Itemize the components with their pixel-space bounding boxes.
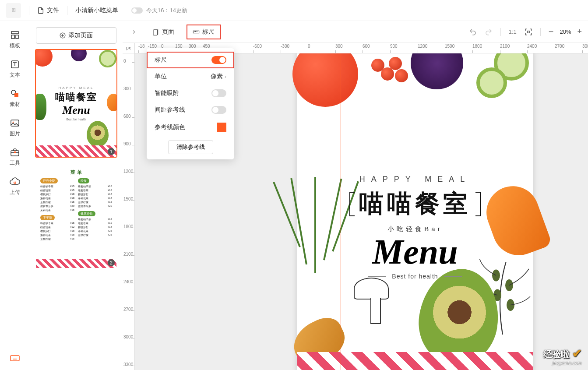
menu-item-line: 洛神花茶¥18 xyxy=(78,197,112,201)
snap-label: 智能吸附 xyxy=(155,89,179,97)
ruler-tick: 3300 xyxy=(123,362,133,367)
svg-rect-11 xyxy=(153,30,157,35)
checkmark-icon: ✔ xyxy=(572,347,582,360)
thumbnail-content: 菜 单 经典小吃 蜂蜜柚子茶¥15维蜜语茶¥15樱桃苏打¥18洛神花茶¥18金桔… xyxy=(36,161,116,268)
happy-meal-text[interactable]: HAPPY MEAL xyxy=(359,175,471,184)
sidebar-item-label: 上传 xyxy=(10,189,20,196)
ruler-tick: 1800 xyxy=(123,224,133,229)
design-canvas-page[interactable]: HAPPY MEAL 喵喵餐室 小吃轻食Bar Menu Best for he… xyxy=(297,53,533,370)
vertical-ruler[interactable]: 0300600900120015001800210024002700300033… xyxy=(123,53,135,370)
poster-text-group: HAPPY MEAL 喵喵餐室 小吃轻食Bar Menu Best for he… xyxy=(297,53,533,370)
menu-item-line: 蜂蜜柚子茶¥15 xyxy=(40,222,74,226)
upload-icon xyxy=(10,176,20,187)
ruler-toggle[interactable] xyxy=(211,56,226,64)
ruler-tick: -18 xyxy=(138,44,144,49)
divider xyxy=(540,28,541,36)
spacing-guides-toggle[interactable] xyxy=(211,106,226,114)
divider xyxy=(67,6,67,15)
mini-menu-header: 菜 单 xyxy=(40,169,112,176)
sidebar-item-tools[interactable]: 工具 xyxy=(10,147,20,167)
unit-row[interactable]: 单位 像素 › xyxy=(147,68,234,85)
keyboard-shortcuts-button[interactable] xyxy=(10,352,20,363)
ruler-dropdown-panel: 标尺 单位 像素 › 智能吸附 间距参考线 参考线颜色 清除参考线 xyxy=(147,48,234,159)
top-bar: 图 文件 小清新小吃菜单 今天16：14更新 xyxy=(0,0,588,21)
page-thumbnail-1[interactable]: HAPPY MEAL 喵喵餐室 Menu Best for health 1 xyxy=(36,50,116,157)
sidebar-item-label: 文本 xyxy=(10,71,20,79)
clear-guides-button[interactable]: 清除参考线 xyxy=(168,140,213,154)
file-label: 文件 xyxy=(47,7,59,14)
app-logo: 图 xyxy=(6,3,21,18)
ruler-unit-corner: px xyxy=(123,43,135,53)
sidebar-item-template[interactable]: 模板 xyxy=(10,30,20,49)
sidebar-item-label: 模板 xyxy=(10,42,20,49)
ruler-tick: 1500 xyxy=(123,197,133,201)
ruler-settings-button[interactable]: 标尺 xyxy=(187,25,220,39)
ruler-tick: 1200 xyxy=(123,169,133,174)
svg-rect-8 xyxy=(11,356,19,361)
ruler-tick: 0 xyxy=(308,44,310,49)
ruler-tick: 2700 xyxy=(555,44,564,49)
unit-value: 像素 xyxy=(211,73,223,80)
file-icon xyxy=(37,7,44,14)
tagline-text[interactable]: Best for health xyxy=(368,273,461,280)
pages-panel: 添加页面 HAPPY MEAL 喵喵餐室 Menu Best for healt… xyxy=(30,21,123,370)
watermark-url: jingyanla.com xyxy=(543,360,582,366)
undo-button[interactable] xyxy=(469,28,477,36)
menu-item-line: 金桔柠檬¥15 xyxy=(40,237,74,241)
menu-item-line: 洛神花茶¥25 xyxy=(78,229,112,233)
add-page-label: 添加页面 xyxy=(68,32,93,39)
sidebar-item-label: 素材 xyxy=(10,101,20,108)
file-menu-button[interactable]: 文件 xyxy=(37,7,59,14)
ruler-tick: -600 xyxy=(253,44,262,49)
ruler-tick: 2100 xyxy=(500,44,510,49)
fit-icon xyxy=(525,28,532,36)
guide-color-swatch[interactable] xyxy=(217,123,226,132)
chevron-right-icon: › xyxy=(225,74,226,80)
add-page-button[interactable]: 添加页面 xyxy=(36,27,116,44)
zoom-in-button[interactable]: + xyxy=(577,27,582,36)
spacing-toggle-row: 间距参考线 xyxy=(147,102,234,118)
checker-border xyxy=(36,50,116,157)
ruler-tick: 600 xyxy=(363,44,370,49)
sidebar-item-text[interactable]: 文本 xyxy=(10,59,20,79)
sidebar-item-label: 工具 xyxy=(10,159,20,167)
ruler-tick: 1200 xyxy=(418,44,427,49)
sidebar-item-image[interactable]: 图片 xyxy=(10,118,20,137)
sidebar-item-upload[interactable]: 上传 xyxy=(10,176,20,196)
zoom-level[interactable]: 20% xyxy=(560,28,571,35)
page-settings-button[interactable]: 页面 xyxy=(147,25,180,39)
ruler-tick: 600 xyxy=(123,114,131,119)
plus-icon xyxy=(60,32,66,39)
menu-script-text[interactable]: Menu xyxy=(372,236,458,268)
asset-icon xyxy=(10,88,20,99)
page-button-label: 页面 xyxy=(162,28,174,36)
menu-item-line: 金桔柠檬¥25 xyxy=(78,233,112,237)
actual-size-button[interactable]: 1:1 xyxy=(509,28,517,35)
menu-item-line: 健脾养乐多¥20 xyxy=(78,204,112,208)
watermark-text: 经验啦 xyxy=(543,349,570,359)
menu-item-line: 樱桃苏打¥18 xyxy=(40,193,74,197)
ruler-tick: 1500 xyxy=(445,44,454,49)
ruler-toggle-row: 标尺 xyxy=(147,52,234,68)
main-title-text[interactable]: 喵喵餐室 xyxy=(352,187,478,221)
document-title[interactable]: 小清新小吃菜单 xyxy=(75,7,118,14)
ruler-tick: 2400 xyxy=(527,44,537,49)
redo-button[interactable] xyxy=(485,28,493,36)
redo-icon xyxy=(485,28,493,36)
ruler-tick: 900 xyxy=(123,141,131,146)
fit-screen-button[interactable] xyxy=(525,28,532,36)
ruler-toggle-label: 标尺 xyxy=(155,56,167,64)
autosave-toggle[interactable] xyxy=(131,7,143,14)
sidebar-item-asset[interactable]: 素材 xyxy=(10,88,20,108)
vertical-guide-line[interactable] xyxy=(341,53,341,370)
collapse-panel-button[interactable] xyxy=(129,27,139,37)
image-icon xyxy=(10,118,20,128)
snap-toggle[interactable] xyxy=(211,89,226,97)
svg-rect-2 xyxy=(14,93,18,97)
divider xyxy=(29,6,29,15)
template-icon xyxy=(10,30,20,40)
ruler-tick: 300 xyxy=(335,44,343,49)
snap-toggle-row: 智能吸附 xyxy=(147,85,234,102)
zoom-out-button[interactable]: − xyxy=(549,27,554,37)
page-thumbnail-2[interactable]: 菜 单 经典小吃 蜂蜜柚子茶¥15维蜜语茶¥15樱桃苏打¥18洛神花茶¥18金桔… xyxy=(36,161,116,268)
